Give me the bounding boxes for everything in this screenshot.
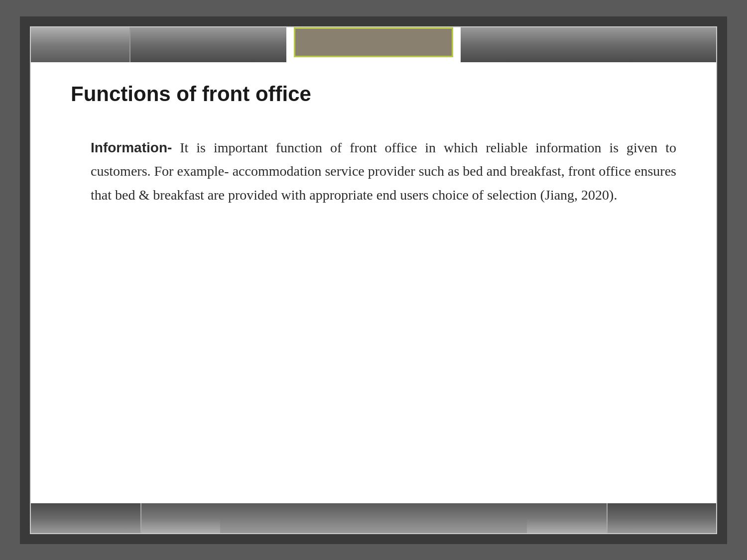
bottom-bar-section4 (607, 503, 716, 533)
top-bar-right (461, 27, 716, 62)
slide-title: Functions of front office (71, 82, 676, 106)
body-label: Information- (91, 140, 172, 155)
slide-outer: Functions of front office Information- I… (20, 16, 727, 544)
top-bar-left-section1 (31, 27, 130, 62)
main-content: Functions of front office Information- I… (31, 62, 716, 503)
top-bar-left-section2 (130, 27, 220, 62)
bottom-bar-section3 (527, 503, 607, 533)
body-content: It is important function of front office… (91, 140, 676, 203)
top-bar-accent-box (294, 27, 453, 57)
top-bar-left (31, 27, 286, 62)
top-bar-center (286, 27, 461, 62)
bottom-decorative-bar (31, 503, 716, 533)
bottom-bar-middle (220, 503, 527, 533)
bottom-bar-section1 (31, 503, 140, 533)
bottom-bar-section2 (140, 503, 220, 533)
body-paragraph: Information- It is important function of… (71, 136, 676, 207)
top-decorative-bar (31, 27, 716, 62)
slide-container: Functions of front office Information- I… (30, 26, 717, 534)
